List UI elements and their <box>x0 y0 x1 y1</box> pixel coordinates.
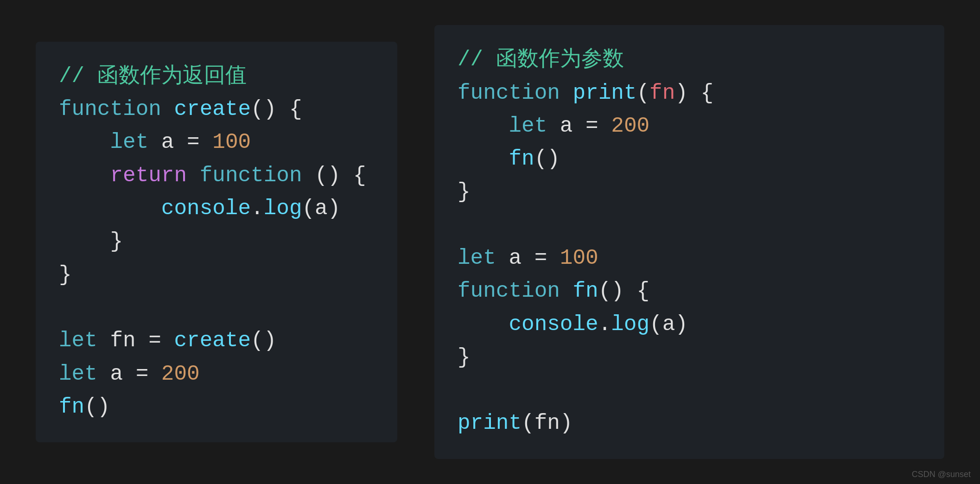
left-code-content: // 函数作为返回值 function create() { let a = 1… <box>59 60 374 424</box>
right-code-panel: // 函数作为参数 function print(fn) { let a = 2… <box>434 25 944 459</box>
left-code-panel: // 函数作为返回值 function create() { let a = 1… <box>36 42 397 442</box>
left-comment: // 函数作为返回值 <box>59 64 247 89</box>
right-code-content: // 函数作为参数 function print(fn) { let a = 2… <box>458 44 921 440</box>
right-comment: // 函数作为参数 <box>458 48 624 72</box>
watermark-text: CSDN @sunset <box>912 470 971 479</box>
